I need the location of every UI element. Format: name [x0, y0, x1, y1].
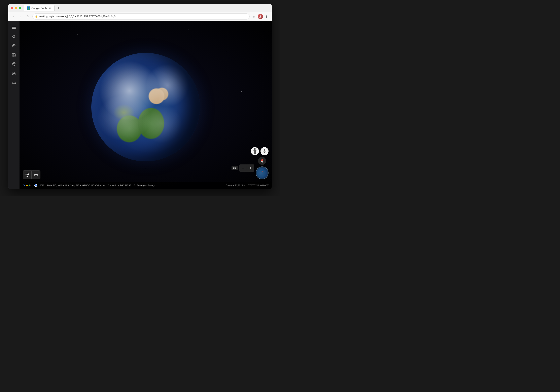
- streetview-button[interactable]: [251, 147, 259, 155]
- svg-rect-5: [12, 26, 16, 26]
- close-button[interactable]: [11, 7, 13, 9]
- svg-point-8: [13, 35, 15, 38]
- compass-button[interactable]: [258, 157, 266, 165]
- measure-button[interactable]: [10, 79, 18, 87]
- view-3d-button[interactable]: 3D: [231, 166, 238, 170]
- tab-close-button[interactable]: ✕: [48, 6, 51, 10]
- svg-point-2: [28, 8, 29, 9]
- new-tab-button[interactable]: +: [56, 5, 61, 11]
- search-button[interactable]: [10, 33, 18, 41]
- svg-point-28: [27, 174, 28, 175]
- camera-distance: Camera: 22,252 km: [226, 184, 245, 186]
- browser-window: Google Earth ✕ + ‹ › ↻ 🔒 earth.google.co…: [8, 4, 272, 189]
- svg-rect-33: [254, 152, 255, 154]
- path-tool-button[interactable]: [31, 170, 40, 179]
- svg-point-21: [13, 63, 14, 64]
- bottom-tools: [23, 170, 40, 179]
- zoom-in-button[interactable]: +: [247, 165, 254, 172]
- bookmark-button[interactable]: ☆: [251, 14, 257, 19]
- svg-point-31: [254, 148, 256, 150]
- svg-rect-7: [12, 28, 16, 29]
- svg-point-29: [34, 175, 35, 176]
- browser-tab[interactable]: Google Earth ✕: [24, 5, 54, 11]
- resolution-icon: [34, 184, 37, 187]
- tab-bar: Google Earth ✕ +: [24, 5, 269, 11]
- maximize-button[interactable]: [19, 7, 21, 9]
- back-button[interactable]: ‹: [11, 14, 16, 19]
- coordinates-text: 0°00'00"N 0°00'00"W: [248, 184, 269, 186]
- sidebar-menu-button[interactable]: [10, 23, 18, 31]
- my-location-button[interactable]: [260, 147, 269, 155]
- sidebar: [8, 21, 20, 189]
- svg-rect-20: [14, 55, 16, 57]
- svg-point-30: [37, 175, 38, 176]
- svg-point-4: [259, 17, 261, 18]
- svg-rect-19: [12, 55, 14, 57]
- compass-south-icon: [261, 161, 263, 163]
- app-container: 3D − +: [8, 21, 272, 189]
- earth-globe: [91, 53, 200, 161]
- svg-rect-18: [14, 53, 16, 55]
- layers-button[interactable]: [10, 69, 18, 78]
- map-controls: 3D − +: [231, 147, 269, 179]
- svg-point-38: [264, 151, 265, 152]
- earth-view[interactable]: 3D − +: [20, 21, 272, 189]
- svg-rect-34: [255, 152, 256, 154]
- svg-point-3: [260, 15, 261, 17]
- pin-tool-button[interactable]: [23, 170, 31, 179]
- forward-button[interactable]: ›: [18, 14, 23, 19]
- zoom-out-button[interactable]: −: [239, 165, 247, 172]
- zoom-controls: − +: [239, 165, 254, 172]
- url-bar[interactable]: 🔒 earth.google.com/web/@0,0,0a,22251752.…: [32, 13, 250, 20]
- traffic-lights: [11, 7, 21, 9]
- refresh-icon: ↻: [27, 15, 29, 18]
- minimap-globe: [257, 168, 267, 178]
- capture-button[interactable]: [10, 51, 18, 59]
- resolution-indicator: 100%: [34, 184, 44, 187]
- title-bar: Google Earth ✕ +: [8, 4, 272, 12]
- camera-info: Camera: 22,252 km 0°00'00"N 0°00'00"W: [226, 184, 269, 186]
- url-text: earth.google.com/web/@0,0,0a,22251752.77…: [40, 15, 116, 18]
- places-button[interactable]: [10, 60, 18, 68]
- menu-button[interactable]: ⋮: [264, 14, 269, 19]
- svg-rect-6: [12, 27, 16, 28]
- minimap-marker: ▼: [261, 170, 263, 173]
- tour-button[interactable]: [10, 42, 18, 50]
- refresh-button[interactable]: ↻: [25, 14, 31, 19]
- minimap[interactable]: ▼: [256, 167, 269, 179]
- lock-icon: 🔒: [35, 15, 38, 18]
- google-logo: Google: [23, 184, 31, 187]
- address-bar: ‹ › ↻ 🔒 earth.google.com/web/@0,0,0a,222…: [8, 12, 272, 21]
- status-bar: Google 100% Data SIO, NOAA, U.S. Navy, N…: [20, 182, 272, 189]
- data-sources-text: Data SIO, NOAA, U.S. Navy, NGA, GEBCO IB…: [47, 184, 155, 186]
- svg-point-12: [14, 46, 14, 46]
- resolution-value: 100%: [39, 184, 44, 186]
- svg-rect-17: [12, 53, 14, 55]
- compass-north-icon: [261, 158, 263, 161]
- forward-icon: ›: [20, 15, 21, 18]
- star-icon: ☆: [253, 15, 255, 18]
- profile-avatar[interactable]: [258, 14, 263, 19]
- browser-actions: ☆ ⋮: [251, 14, 269, 19]
- tab-title: Google Earth: [31, 7, 47, 10]
- back-icon: ‹: [13, 15, 14, 18]
- minimize-button[interactable]: [15, 7, 17, 9]
- svg-line-9: [15, 37, 16, 39]
- tab-favicon: [27, 6, 30, 10]
- svg-rect-32: [254, 150, 256, 152]
- dots-icon: ⋮: [265, 15, 268, 18]
